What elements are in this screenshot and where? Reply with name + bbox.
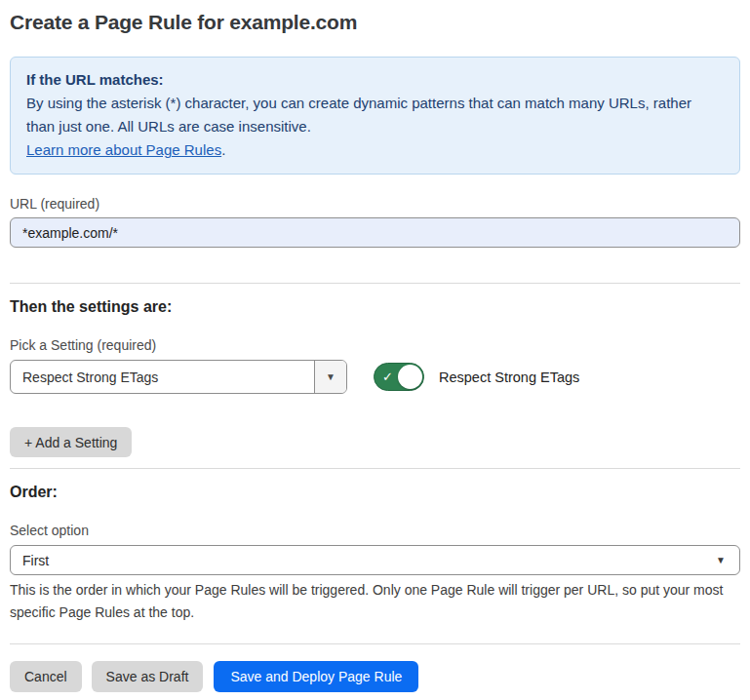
section-divider bbox=[10, 468, 740, 469]
toggle-label: Respect Strong ETags bbox=[439, 369, 579, 385]
info-box-body: By using the asterisk (*) character, you… bbox=[26, 92, 724, 138]
order-help-text: This is the order in which your Page Rul… bbox=[10, 579, 736, 624]
save-and-deploy-button[interactable]: Save and Deploy Page Rule bbox=[214, 661, 418, 692]
pick-setting-label: Pick a Setting (required) bbox=[10, 337, 740, 353]
chevron-down-icon: ▼ bbox=[326, 371, 336, 382]
toggle-check-icon: ✓ bbox=[382, 369, 393, 385]
info-box-link-line: Learn more about Page Rules. bbox=[26, 138, 724, 162]
order-select-value: First bbox=[22, 553, 49, 568]
respect-strong-etags-toggle[interactable]: ✓ bbox=[374, 363, 424, 391]
url-input[interactable] bbox=[10, 217, 740, 248]
chevron-down-icon: ▼ bbox=[716, 555, 726, 565]
save-as-draft-button[interactable]: Save as Draft bbox=[92, 661, 204, 692]
page-title: Create a Page Rule for example.com bbox=[10, 11, 740, 34]
setting-row: Respect Strong ETags ▼ ✓ Respect Strong … bbox=[10, 360, 740, 394]
info-box-heading: If the URL matches: bbox=[26, 68, 724, 92]
order-select-label: Select option bbox=[10, 523, 740, 538]
create-page-rule-form: Create a Page Rule for example.com If th… bbox=[0, 0, 750, 700]
order-section-heading: Order: bbox=[10, 484, 740, 501]
form-actions: Cancel Save as Draft Save and Deploy Pag… bbox=[10, 661, 740, 692]
add-setting-button[interactable]: + Add a Setting bbox=[10, 427, 132, 457]
learn-more-link[interactable]: Learn more about Page Rules bbox=[26, 141, 221, 158]
settings-section-heading: Then the settings are: bbox=[10, 298, 740, 316]
setting-select[interactable]: Respect Strong ETags ▼ bbox=[10, 360, 347, 394]
link-period: . bbox=[221, 141, 225, 158]
section-divider bbox=[10, 643, 740, 644]
order-select[interactable]: First ▼ bbox=[10, 545, 740, 575]
section-divider bbox=[10, 283, 740, 284]
url-match-info-box: If the URL matches: By using the asteris… bbox=[10, 57, 740, 175]
cancel-button[interactable]: Cancel bbox=[10, 661, 82, 692]
url-field-label: URL (required) bbox=[10, 196, 740, 212]
setting-select-arrow-button[interactable]: ▼ bbox=[314, 361, 346, 393]
setting-select-value: Respect Strong ETags bbox=[11, 361, 314, 393]
toggle-knob bbox=[398, 365, 422, 389]
